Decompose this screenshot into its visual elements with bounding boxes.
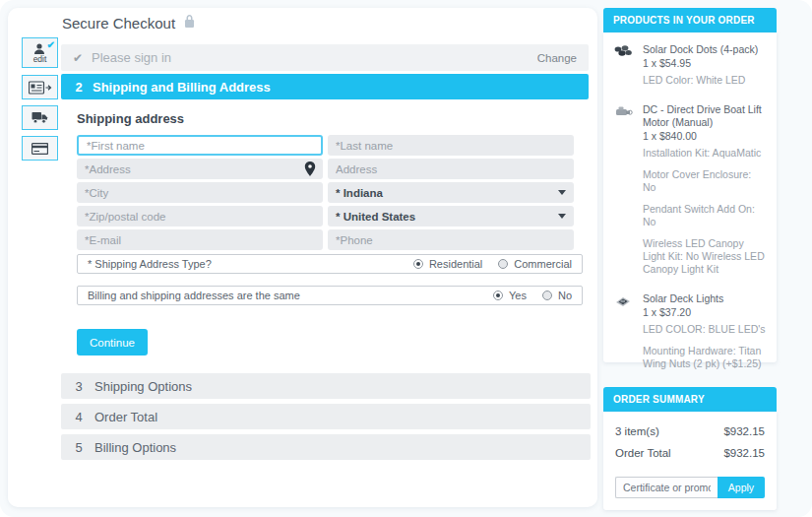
chevron-down-icon bbox=[558, 214, 566, 219]
summary-total-label: Order Total bbox=[615, 447, 671, 459]
continue-button[interactable]: Continue bbox=[77, 329, 148, 355]
checkout-page: Secure Checkout ✔ edit ✔ Please sign in … bbox=[0, 0, 812, 517]
page-title: Secure Checkout bbox=[62, 14, 196, 32]
products-panel-header: PRODUCTS IN YOUR ORDER bbox=[603, 8, 777, 32]
product-name: Solar Deck Lights bbox=[643, 292, 767, 305]
radio-no[interactable]: No bbox=[542, 290, 572, 301]
state-select[interactable]: * Indiana bbox=[328, 182, 574, 203]
step-order-total-bar[interactable]: 4 Order Total bbox=[61, 404, 591, 429]
location-pin-icon[interactable] bbox=[304, 162, 316, 180]
product-name: DC - Direct Drive Boat Lift Motor (Manua… bbox=[643, 103, 767, 129]
product-qty-price: 1 x $37.20 bbox=[643, 306, 767, 319]
shipping-type-radio-group: Residential Commercial bbox=[413, 258, 572, 270]
first-name-input[interactable] bbox=[77, 135, 323, 156]
product-thumbnail-motor-icon bbox=[613, 103, 635, 276]
phone-input[interactable] bbox=[328, 229, 574, 250]
summary-items-row: 3 item(s) $932.15 bbox=[615, 425, 765, 437]
email-input[interactable] bbox=[77, 229, 323, 250]
product-option: Motor Cover Enclosure: No bbox=[643, 168, 767, 194]
list-item: Solar Deck Lights 1 x $37.20 LED COLOR: … bbox=[613, 292, 767, 370]
shipping-address-type-box: * Shipping Address Type? Residential Com… bbox=[77, 254, 583, 274]
signin-label: Please sign in bbox=[92, 50, 171, 65]
shipping-address-type-label: * Shipping Address Type? bbox=[88, 258, 212, 270]
step-label: Shipping and Billing Address bbox=[93, 80, 271, 95]
address-input[interactable] bbox=[77, 159, 323, 179]
billing-same-label: Billing and shipping addresses are the s… bbox=[88, 290, 300, 301]
radio-selected-icon bbox=[493, 291, 503, 300]
rail-edit-label: edit bbox=[33, 55, 47, 63]
product-option: Installation Kit: AquaMatic bbox=[643, 147, 767, 160]
product-option: Pendant Switch Add On: No bbox=[643, 203, 767, 228]
country-select[interactable]: * United States bbox=[328, 206, 574, 226]
radio-commercial[interactable]: Commercial bbox=[498, 258, 572, 270]
order-summary-panel: ORDER SUMMARY 3 item(s) $932.15 Order To… bbox=[603, 387, 777, 510]
apply-button[interactable]: Apply bbox=[718, 477, 765, 498]
step-billing-options-bar[interactable]: 5 Billing Options bbox=[61, 434, 591, 460]
billing-same-radio-group: Yes No bbox=[493, 290, 572, 301]
summary-total-row: Order Total $932.15 bbox=[615, 447, 765, 459]
signin-check-icon: ✔ bbox=[73, 51, 83, 65]
radio-yes-label: Yes bbox=[509, 290, 527, 301]
country-select-value: * United States bbox=[336, 211, 415, 223]
summary-items-value: $932.15 bbox=[723, 425, 765, 437]
summary-total-value: $932.15 bbox=[723, 447, 765, 459]
radio-residential-label: Residential bbox=[429, 258, 482, 270]
product-option: LED Color: White LED bbox=[643, 74, 758, 87]
radio-unselected-icon bbox=[498, 259, 508, 269]
state-select-value: * Indiana bbox=[336, 187, 383, 199]
step-label: Billing Options bbox=[94, 440, 176, 455]
product-name: Solar Dock Dots (4-pack) bbox=[643, 43, 758, 56]
credit-card-icon bbox=[31, 143, 48, 155]
order-summary-header: ORDER SUMMARY bbox=[603, 387, 777, 412]
last-name-input[interactable] bbox=[328, 135, 574, 156]
rail-step-billing[interactable] bbox=[22, 136, 58, 161]
address2-input[interactable] bbox=[328, 159, 574, 179]
product-option: LED COLOR: BLUE LED's bbox=[643, 323, 767, 336]
chevron-down-icon bbox=[558, 190, 566, 195]
product-qty-price: 1 x $840.00 bbox=[643, 130, 767, 143]
promo-code-row: Apply bbox=[615, 477, 765, 498]
shipping-address-heading: Shipping address bbox=[77, 111, 184, 126]
step-shipping-billing-bar[interactable]: 2 Shipping and Billing Address bbox=[61, 74, 589, 99]
address-input-wrap bbox=[77, 159, 323, 179]
product-qty-price: 1 x $54.95 bbox=[643, 57, 758, 70]
step-label: Order Total bbox=[94, 410, 157, 424]
product-thumbnail-dock-dots-icon bbox=[613, 43, 635, 87]
promo-code-input[interactable] bbox=[615, 477, 718, 498]
order-summary-body: 3 item(s) $932.15 Order Total $932.15 Ap… bbox=[603, 412, 777, 510]
rail-step-address[interactable] bbox=[22, 75, 58, 99]
billing-same-box: Billing and shipping addresses are the s… bbox=[77, 286, 583, 305]
step-complete-check-icon: ✔ bbox=[47, 39, 55, 50]
person-icon bbox=[33, 43, 47, 55]
rail-step-shipping[interactable] bbox=[22, 105, 58, 130]
address-card-icon bbox=[29, 81, 52, 95]
step-number: 5 bbox=[69, 440, 89, 455]
step-label: Shipping Options bbox=[94, 379, 192, 394]
product-option: Mounting Hardware: Titan Wing Nuts (2 pk… bbox=[643, 345, 767, 370]
summary-items-label: 3 item(s) bbox=[615, 425, 659, 437]
rail-step-signin[interactable]: ✔ edit bbox=[22, 37, 58, 68]
step-signin-bar[interactable]: ✔ Please sign in Change bbox=[61, 44, 589, 71]
radio-selected-icon bbox=[413, 259, 423, 269]
step-number: 3 bbox=[69, 379, 89, 394]
radio-unselected-icon bbox=[542, 291, 552, 300]
list-item: Solar Dock Dots (4-pack) 1 x $54.95 LED … bbox=[613, 43, 767, 87]
radio-yes[interactable]: Yes bbox=[493, 290, 527, 301]
step-number: 4 bbox=[69, 410, 89, 424]
product-thumbnail-deck-light-icon bbox=[613, 292, 635, 370]
signin-change-link[interactable]: Change bbox=[537, 52, 577, 64]
products-list: Solar Dock Dots (4-pack) 1 x $54.95 LED … bbox=[603, 32, 777, 362]
radio-residential[interactable]: Residential bbox=[413, 258, 482, 270]
step-shipping-options-bar[interactable]: 3 Shipping Options bbox=[61, 373, 591, 399]
radio-commercial-label: Commercial bbox=[514, 258, 572, 270]
lock-icon bbox=[183, 14, 196, 32]
radio-no-label: No bbox=[558, 290, 572, 301]
truck-icon bbox=[31, 111, 48, 124]
products-panel: PRODUCTS IN YOUR ORDER Solar Dock Dots (… bbox=[603, 8, 777, 362]
page-title-text: Secure Checkout bbox=[62, 15, 175, 32]
list-item: DC - Direct Drive Boat Lift Motor (Manua… bbox=[613, 103, 767, 276]
city-input[interactable] bbox=[77, 182, 323, 203]
product-option: Wireless LED Canopy Light Kit: No Wirele… bbox=[643, 237, 767, 276]
zip-input[interactable] bbox=[77, 206, 323, 226]
checkout-main-card: Secure Checkout ✔ edit ✔ Please sign in … bbox=[8, 8, 597, 507]
